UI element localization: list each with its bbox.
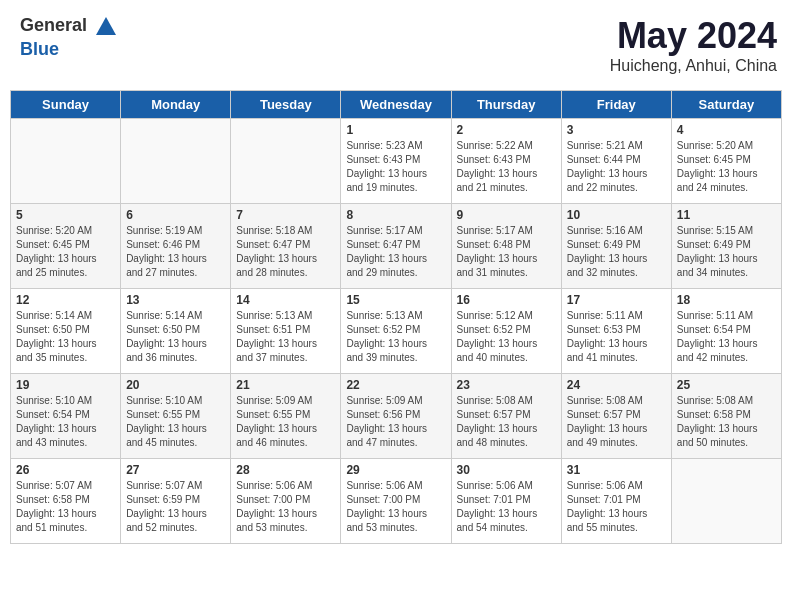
calendar-cell: 31Sunrise: 5:06 AM Sunset: 7:01 PM Dayli… [561,459,671,544]
day-info: Sunrise: 5:11 AM Sunset: 6:53 PM Dayligh… [567,309,666,365]
day-info: Sunrise: 5:14 AM Sunset: 6:50 PM Dayligh… [16,309,115,365]
calendar-week-3: 12Sunrise: 5:14 AM Sunset: 6:50 PM Dayli… [11,289,782,374]
location-subtitle: Huicheng, Anhui, China [610,57,777,75]
day-number: 15 [346,293,445,307]
day-number: 27 [126,463,225,477]
day-number: 6 [126,208,225,222]
day-number: 11 [677,208,776,222]
day-header-monday: Monday [121,91,231,119]
calendar-cell: 18Sunrise: 5:11 AM Sunset: 6:54 PM Dayli… [671,289,781,374]
day-info: Sunrise: 5:23 AM Sunset: 6:43 PM Dayligh… [346,139,445,195]
day-info: Sunrise: 5:06 AM Sunset: 7:01 PM Dayligh… [567,479,666,535]
calendar-cell: 25Sunrise: 5:08 AM Sunset: 6:58 PM Dayli… [671,374,781,459]
day-number: 22 [346,378,445,392]
logo-text: General Blue [20,15,118,60]
day-info: Sunrise: 5:19 AM Sunset: 6:46 PM Dayligh… [126,224,225,280]
day-number: 12 [16,293,115,307]
day-number: 8 [346,208,445,222]
day-info: Sunrise: 5:06 AM Sunset: 7:00 PM Dayligh… [346,479,445,535]
day-header-sunday: Sunday [11,91,121,119]
day-header-friday: Friday [561,91,671,119]
calendar-cell: 9Sunrise: 5:17 AM Sunset: 6:48 PM Daylig… [451,204,561,289]
month-year-title: May 2024 [610,15,777,57]
day-header-thursday: Thursday [451,91,561,119]
calendar-cell: 16Sunrise: 5:12 AM Sunset: 6:52 PM Dayli… [451,289,561,374]
logo: General Blue [20,15,118,60]
calendar-cell: 27Sunrise: 5:07 AM Sunset: 6:59 PM Dayli… [121,459,231,544]
calendar-week-1: 1Sunrise: 5:23 AM Sunset: 6:43 PM Daylig… [11,119,782,204]
day-number: 31 [567,463,666,477]
day-header-wednesday: Wednesday [341,91,451,119]
day-info: Sunrise: 5:20 AM Sunset: 6:45 PM Dayligh… [16,224,115,280]
day-number: 19 [16,378,115,392]
calendar-cell [231,119,341,204]
day-info: Sunrise: 5:08 AM Sunset: 6:57 PM Dayligh… [567,394,666,450]
calendar-cell [121,119,231,204]
logo-blue: Blue [20,39,59,59]
calendar-cell: 8Sunrise: 5:17 AM Sunset: 6:47 PM Daylig… [341,204,451,289]
calendar-body: 1Sunrise: 5:23 AM Sunset: 6:43 PM Daylig… [11,119,782,544]
title-block: May 2024 Huicheng, Anhui, China [610,15,777,75]
day-info: Sunrise: 5:06 AM Sunset: 7:01 PM Dayligh… [457,479,556,535]
day-info: Sunrise: 5:17 AM Sunset: 6:48 PM Dayligh… [457,224,556,280]
day-number: 21 [236,378,335,392]
day-number: 25 [677,378,776,392]
calendar-cell: 4Sunrise: 5:20 AM Sunset: 6:45 PM Daylig… [671,119,781,204]
logo-general: General [20,15,87,35]
calendar-table: SundayMondayTuesdayWednesdayThursdayFrid… [10,90,782,544]
calendar-cell: 24Sunrise: 5:08 AM Sunset: 6:57 PM Dayli… [561,374,671,459]
day-number: 7 [236,208,335,222]
calendar-cell: 17Sunrise: 5:11 AM Sunset: 6:53 PM Dayli… [561,289,671,374]
calendar-cell: 10Sunrise: 5:16 AM Sunset: 6:49 PM Dayli… [561,204,671,289]
calendar-cell: 3Sunrise: 5:21 AM Sunset: 6:44 PM Daylig… [561,119,671,204]
calendar-cell: 23Sunrise: 5:08 AM Sunset: 6:57 PM Dayli… [451,374,561,459]
day-number: 20 [126,378,225,392]
day-info: Sunrise: 5:07 AM Sunset: 6:59 PM Dayligh… [126,479,225,535]
day-number: 10 [567,208,666,222]
day-info: Sunrise: 5:06 AM Sunset: 7:00 PM Dayligh… [236,479,335,535]
day-number: 24 [567,378,666,392]
day-info: Sunrise: 5:13 AM Sunset: 6:52 PM Dayligh… [346,309,445,365]
day-number: 26 [16,463,115,477]
calendar-week-5: 26Sunrise: 5:07 AM Sunset: 6:58 PM Dayli… [11,459,782,544]
day-number: 3 [567,123,666,137]
calendar-cell: 12Sunrise: 5:14 AM Sunset: 6:50 PM Dayli… [11,289,121,374]
logo-icon [94,15,118,39]
calendar-cell: 13Sunrise: 5:14 AM Sunset: 6:50 PM Dayli… [121,289,231,374]
day-number: 28 [236,463,335,477]
day-header-saturday: Saturday [671,91,781,119]
day-info: Sunrise: 5:08 AM Sunset: 6:58 PM Dayligh… [677,394,776,450]
day-info: Sunrise: 5:17 AM Sunset: 6:47 PM Dayligh… [346,224,445,280]
calendar-week-4: 19Sunrise: 5:10 AM Sunset: 6:54 PM Dayli… [11,374,782,459]
calendar-cell: 5Sunrise: 5:20 AM Sunset: 6:45 PM Daylig… [11,204,121,289]
calendar-cell: 20Sunrise: 5:10 AM Sunset: 6:55 PM Dayli… [121,374,231,459]
day-info: Sunrise: 5:13 AM Sunset: 6:51 PM Dayligh… [236,309,335,365]
day-info: Sunrise: 5:14 AM Sunset: 6:50 PM Dayligh… [126,309,225,365]
calendar-cell: 14Sunrise: 5:13 AM Sunset: 6:51 PM Dayli… [231,289,341,374]
calendar-cell: 6Sunrise: 5:19 AM Sunset: 6:46 PM Daylig… [121,204,231,289]
day-number: 1 [346,123,445,137]
calendar-cell: 28Sunrise: 5:06 AM Sunset: 7:00 PM Dayli… [231,459,341,544]
calendar-cell: 11Sunrise: 5:15 AM Sunset: 6:49 PM Dayli… [671,204,781,289]
day-info: Sunrise: 5:20 AM Sunset: 6:45 PM Dayligh… [677,139,776,195]
calendar-cell: 15Sunrise: 5:13 AM Sunset: 6:52 PM Dayli… [341,289,451,374]
day-number: 4 [677,123,776,137]
calendar-week-2: 5Sunrise: 5:20 AM Sunset: 6:45 PM Daylig… [11,204,782,289]
calendar-cell: 19Sunrise: 5:10 AM Sunset: 6:54 PM Dayli… [11,374,121,459]
day-number: 5 [16,208,115,222]
day-number: 14 [236,293,335,307]
calendar-cell: 21Sunrise: 5:09 AM Sunset: 6:55 PM Dayli… [231,374,341,459]
day-number: 29 [346,463,445,477]
day-number: 18 [677,293,776,307]
day-info: Sunrise: 5:11 AM Sunset: 6:54 PM Dayligh… [677,309,776,365]
calendar-header-row: SundayMondayTuesdayWednesdayThursdayFrid… [11,91,782,119]
day-number: 30 [457,463,556,477]
day-info: Sunrise: 5:16 AM Sunset: 6:49 PM Dayligh… [567,224,666,280]
day-info: Sunrise: 5:12 AM Sunset: 6:52 PM Dayligh… [457,309,556,365]
svg-marker-0 [96,17,116,35]
day-info: Sunrise: 5:18 AM Sunset: 6:47 PM Dayligh… [236,224,335,280]
calendar-cell [671,459,781,544]
calendar-cell: 22Sunrise: 5:09 AM Sunset: 6:56 PM Dayli… [341,374,451,459]
day-info: Sunrise: 5:10 AM Sunset: 6:55 PM Dayligh… [126,394,225,450]
day-number: 17 [567,293,666,307]
